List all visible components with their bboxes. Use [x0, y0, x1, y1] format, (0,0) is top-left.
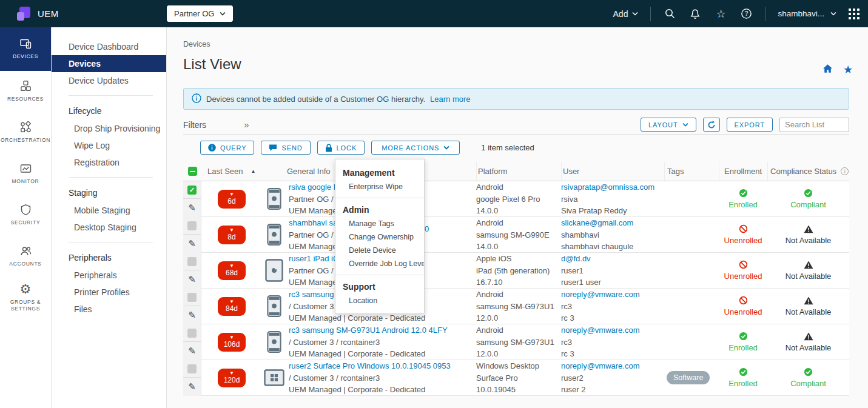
menu-item-change-ownership[interactable]: Change Ownership: [335, 230, 424, 244]
sidebar-item-mobile-staging[interactable]: Mobile Staging: [52, 202, 166, 219]
sidebar-item-files[interactable]: Files: [52, 301, 166, 318]
refresh-button[interactable]: [703, 118, 720, 132]
column-header-platform[interactable]: Platform: [476, 162, 561, 181]
enrolled-check-icon: [739, 367, 748, 376]
menu-item-override-job-log-level[interactable]: Override Job Log Level: [335, 257, 424, 270]
search-list-input[interactable]: [779, 118, 849, 132]
nav-devices[interactable]: DEVICES: [0, 27, 51, 71]
row-checkbox[interactable]: [187, 329, 197, 338]
topbar-right: Add ☆ ? shambhavi...: [613, 7, 868, 21]
sidebar-item-wipe-log[interactable]: Wipe Log: [52, 137, 166, 154]
edit-pencil-icon[interactable]: ✎: [188, 381, 196, 392]
user-email-link[interactable]: noreply@vmware.com: [561, 326, 640, 335]
menu-item-delete-device[interactable]: Delete Device: [335, 244, 424, 257]
edit-pencil-icon[interactable]: ✎: [188, 274, 196, 285]
enrollment-status: Enrolled: [719, 324, 767, 360]
sidebar-item-devices[interactable]: Devices: [52, 55, 166, 72]
lock-icon: [325, 144, 332, 152]
search-icon[interactable]: [663, 7, 676, 21]
export-label: EXPORT: [735, 121, 765, 129]
nav-groups-settings[interactable]: ⚙ GROUPS & SETTINGS: [0, 277, 51, 318]
send-button[interactable]: SEND: [261, 141, 310, 155]
user-email-link[interactable]: d@fd.dv: [561, 254, 591, 263]
last-seen-badge[interactable]: ▼106d: [218, 333, 246, 352]
edit-pencil-icon[interactable]: ✎: [188, 238, 196, 249]
user-menu[interactable]: shambhavi...: [778, 9, 836, 18]
last-seen-badge[interactable]: ▼6d: [218, 190, 246, 209]
warning-triangle-icon: [804, 225, 813, 233]
column-header-user[interactable]: User: [561, 162, 664, 181]
sidebar-item-drop-ship-provisioning[interactable]: Drop Ship Provisioning: [52, 120, 166, 137]
last-seen-label: Last Seen: [207, 167, 243, 176]
row-checkbox[interactable]: [187, 293, 197, 302]
help-icon[interactable]: ?: [739, 7, 753, 21]
expand-filters-icon[interactable]: »: [244, 119, 249, 130]
user-email-link[interactable]: noreply@vmware.com: [561, 290, 640, 299]
column-header-compliance[interactable]: Compliance Statusi: [767, 162, 849, 181]
notifications-bell-icon[interactable]: [688, 7, 702, 21]
edit-pencil-icon[interactable]: ✎: [188, 310, 196, 321]
app-launcher-grid-icon[interactable]: [849, 8, 860, 19]
menu-item-enterprise-wipe[interactable]: Enterprise Wipe: [335, 180, 424, 193]
edit-pencil-icon[interactable]: ✎: [188, 346, 196, 356]
warning-triangle-icon: [804, 296, 813, 305]
nav-accounts[interactable]: ACCOUNTS: [0, 236, 51, 277]
table-row: ✎ ▼106d rc3 samsung SM-G973U1 Android 12…: [183, 324, 849, 360]
info-icon[interactable]: i: [841, 167, 849, 175]
edit-pencil-icon[interactable]: ✎: [188, 202, 196, 213]
sidebar-item-desktop-staging[interactable]: Desktop Staging: [52, 219, 166, 236]
selection-count: 1 item selected: [481, 143, 534, 152]
organization-group-selector[interactable]: Partner OG: [167, 5, 233, 22]
user-email-link[interactable]: slickane@gmail.com: [561, 218, 633, 227]
favorite-page-star-icon[interactable]: ★: [843, 64, 853, 75]
menu-item-location[interactable]: Location: [335, 294, 424, 307]
user-label: User: [563, 167, 579, 176]
chevron-down-icon: [632, 12, 638, 16]
user-email-link[interactable]: rsivapratap@omnissa.com: [561, 182, 654, 192]
last-seen-badge[interactable]: ▼84d: [218, 297, 246, 316]
lock-button[interactable]: LOCK: [317, 141, 365, 155]
select-all-checkbox[interactable]: [188, 167, 197, 176]
column-header-tags[interactable]: Tags: [664, 162, 719, 181]
row-checkbox[interactable]: [187, 186, 197, 195]
menu-item-manage-tags[interactable]: Manage Tags: [335, 217, 424, 230]
divider: [335, 198, 424, 198]
nav-orchestration[interactable]: ORCHESTRATION: [0, 112, 51, 153]
breadcrumb[interactable]: Devices: [183, 40, 210, 48]
layout-button[interactable]: LAYOUT: [641, 118, 696, 132]
device-name-link[interactable]: rc3 samsung SM-G973U1 Android 12.0 4LFY: [289, 326, 448, 335]
username: shambhavi...: [778, 9, 824, 18]
sidebar-item-device-updates[interactable]: Device Updates: [52, 72, 166, 89]
home-icon[interactable]: [823, 64, 833, 76]
row-checkbox[interactable]: [187, 221, 197, 230]
user-email-link[interactable]: noreply@vmware.com: [561, 361, 640, 370]
device-name-link[interactable]: ruser2 Surface Pro Windows 10.0.19045 09…: [289, 361, 451, 370]
nav-resources-label: RESOURCES: [5, 96, 46, 102]
page-title-actions: ★: [823, 64, 853, 76]
device-name-link-tail[interactable]: 0: [425, 223, 429, 235]
column-header-last-seen[interactable]: Last Seen▲: [201, 162, 262, 181]
sidebar-item-peripherals[interactable]: Peripherals: [52, 267, 166, 284]
query-button[interactable]: QUERY: [200, 141, 254, 155]
last-seen-badge[interactable]: ▼120d: [218, 369, 246, 387]
nav-resources[interactable]: RESOURCES: [0, 71, 51, 112]
row-checkbox[interactable]: [187, 257, 197, 266]
more-actions-button[interactable]: MORE ACTIONS: [371, 141, 460, 155]
export-button[interactable]: EXPORT: [727, 118, 773, 132]
row-checkbox[interactable]: [187, 364, 197, 373]
add-menu-button[interactable]: Add: [613, 9, 639, 19]
nav-security[interactable]: SECURITY: [0, 195, 51, 236]
favorites-star-icon[interactable]: ☆: [714, 7, 727, 21]
sidebar-item-device-dashboard[interactable]: Device Dashboard: [52, 38, 166, 55]
last-seen-badge[interactable]: ▼8d: [218, 226, 246, 244]
learn-more-link[interactable]: Learn more: [430, 95, 470, 104]
last-seen-badge[interactable]: ▼68d: [218, 261, 246, 280]
monitor-icon: [19, 162, 32, 175]
enrollment-status: Unenrolled: [719, 217, 767, 253]
column-header-enrollment[interactable]: Enrollment: [719, 162, 767, 181]
filters-label: Filters: [183, 120, 206, 130]
sidebar-item-printer-profiles[interactable]: Printer Profiles: [52, 284, 166, 301]
compliance-status: Not Available: [767, 289, 849, 324]
nav-monitor[interactable]: MONITOR: [0, 153, 51, 195]
sidebar-item-registration[interactable]: Registration: [52, 154, 166, 171]
